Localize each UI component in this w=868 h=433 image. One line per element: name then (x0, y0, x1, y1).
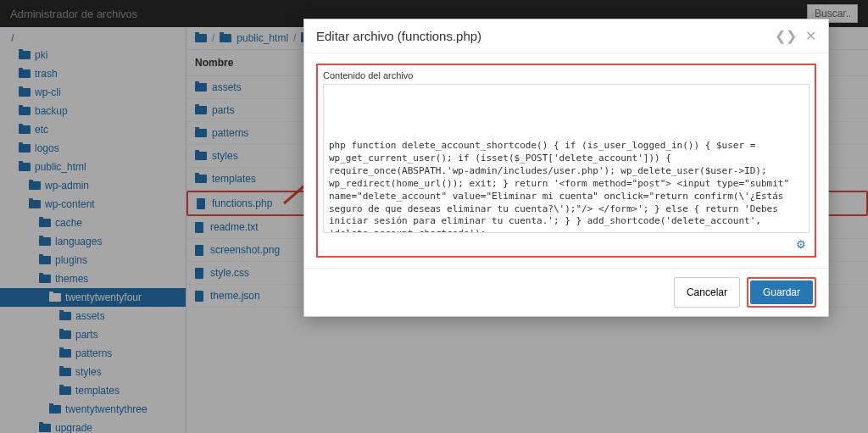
editor-label: Contenido del archivo (323, 70, 810, 80)
editor-highlight: Contenido del archivo ⚙ (316, 64, 816, 258)
file-content-editor[interactable] (323, 84, 810, 233)
close-icon[interactable]: ✕ (805, 28, 816, 44)
code-icon[interactable]: ❮❯ (775, 28, 797, 44)
edit-file-modal: Editar archivo (functions.php) ❮❯ ✕ Cont… (303, 19, 829, 317)
modal-header: Editar archivo (functions.php) ❮❯ ✕ (304, 19, 828, 53)
gear-icon[interactable]: ⚙ (323, 236, 810, 251)
modal-footer: Cancelar Guardar (304, 268, 828, 316)
modal-title: Editar archivo (functions.php) (316, 29, 775, 43)
save-highlight: Guardar (747, 277, 816, 308)
save-button[interactable]: Guardar (750, 280, 813, 304)
modal-body: Contenido del archivo ⚙ (304, 53, 828, 268)
cancel-button[interactable]: Cancelar (674, 277, 740, 308)
